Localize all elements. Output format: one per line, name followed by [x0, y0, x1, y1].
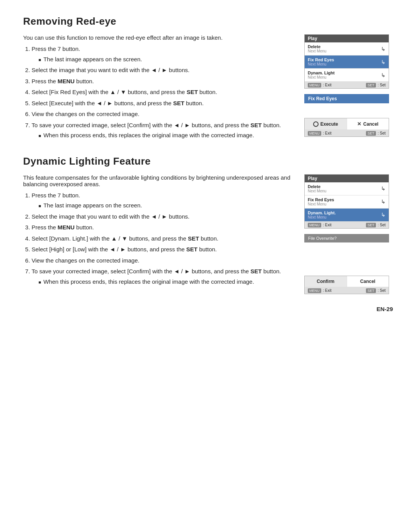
section1-title: Removing Red-eye [23, 15, 393, 27]
arrow-icon-2: ↳ [381, 59, 386, 65]
section2-menu-item-fixredeyes: Fix Red Eyes Next Menu ↳ [305, 195, 389, 209]
section2-step-1: Press the 7 button. The last image appea… [32, 191, 293, 210]
section2-intro: This feature compensates for the unfavor… [23, 174, 293, 187]
section1-intro: You can use this function to remove the … [23, 34, 293, 41]
section2-menu-item-dynamlight: Dynam. Light. Next Menu ↳ [305, 209, 389, 222]
page-number: EN-29 [23, 306, 393, 312]
exec-cancel-footer: MENU : Exit SET : Set [305, 130, 389, 136]
section1-step-4: Select [Fix Red Eyes] with the ▲ / ▼ but… [32, 88, 293, 97]
section1-step-2: Select the image that you want to edit w… [32, 66, 293, 75]
fix-red-eyes-label: Fix Red Eyes [304, 94, 389, 103]
section1-step-6: View the changes on the corrected image. [32, 110, 293, 119]
section1-bullet-1: The last image appears on the screen. [39, 55, 293, 64]
confirm-cancel-row: Confirm Cancel [305, 276, 389, 287]
section1-step-3: Press the MENU button. [32, 77, 293, 86]
section1-menu-item-fixredeyes: Fix Red Eyes Next Menu ↳ [305, 56, 389, 69]
section2-bullet-1: The last image appears on the screen. [39, 201, 293, 210]
section1-step-1: Press the 7 button. The last image appea… [32, 45, 293, 64]
cancel-button[interactable]: ✕ Cancel [347, 118, 389, 130]
arrow-icon-3: ↳ [381, 72, 386, 78]
section1-right-col: Play Delete Next Menu ↳ Fix Red Eyes Nex… [304, 34, 393, 144]
confirm-button[interactable]: Confirm [305, 276, 347, 287]
section1-left-col: You can use this function to remove the … [23, 34, 293, 144]
section2-play-menu-header: Play [305, 175, 389, 182]
section1-step-5: Select [Execute] with the ◄ / ► buttons,… [32, 99, 293, 108]
section1-play-menu-header: Play [305, 35, 389, 42]
circle-icon [313, 121, 319, 127]
section1-play-menu-footer: MENU : Exit SET : Set [305, 82, 389, 88]
section1-play-menu: Play Delete Next Menu ↳ Fix Red Eyes Nex… [304, 34, 389, 89]
confirm-cancel-footer: MENU : Exit SET : Set [305, 287, 389, 294]
section1-menu-item-delete: Delete Next Menu ↳ [305, 42, 389, 56]
section2-left-col: This feature compensates for the unfavor… [23, 174, 293, 294]
arrow-icon-5: ↳ [381, 199, 386, 205]
section1-step-7: To save your corrected image, select [Co… [32, 121, 293, 140]
section2-menu-item-delete: Delete Next Menu ↳ [305, 182, 389, 195]
section2-step-7: To save your corrected image, select [Co… [32, 267, 293, 286]
section2-step-3: Press the MENU button. [32, 223, 293, 232]
x-icon: ✕ [357, 121, 361, 127]
section1-exec-cancel-box: Execute ✕ Cancel MENU : Exit SET : Set [304, 118, 389, 137]
file-overwrite-label: File Overwrite? [304, 234, 389, 242]
section2-steps: Press the 7 button. The last image appea… [23, 191, 293, 286]
section2-step-4: Select [Dynam. Light.] with the ▲ / ▼ bu… [32, 234, 293, 243]
section1-steps: Press the 7 button. The last image appea… [23, 45, 293, 140]
section2-step-5: Select [High] or [Low] with the ◄ / ► bu… [32, 245, 293, 254]
arrow-icon-6: ↳ [381, 212, 386, 218]
section1-menu-item-dynamlight: Dynam. Light Next Menu ↳ [305, 69, 389, 82]
section2-confirm-cancel-box: Confirm Cancel MENU : Exit SET : Set [304, 276, 389, 294]
cancel-button-2[interactable]: Cancel [347, 276, 389, 287]
section2-play-menu: Play Delete Next Menu ↳ Fix Red Eyes Nex… [304, 174, 389, 229]
exec-cancel-row: Execute ✕ Cancel [305, 118, 389, 130]
execute-button[interactable]: Execute [305, 118, 347, 130]
section2-step-6: View the changes on the corrected image. [32, 256, 293, 265]
section1-bullet-2: When this process ends, this replaces th… [39, 131, 293, 140]
section2-bullet-2: When this process ends, this replaces th… [39, 278, 293, 286]
section2-title: Dynamic Lighting Feature [23, 155, 393, 167]
arrow-icon-4: ↳ [381, 185, 386, 192]
section2-right-col: Play Delete Next Menu ↳ Fix Red Eyes Nex… [304, 174, 393, 294]
section2-play-menu-footer: MENU : Exit SET : Set [305, 222, 389, 228]
arrow-icon-1: ↳ [381, 46, 386, 52]
section2-step-2: Select the image that you want to edit w… [32, 212, 293, 221]
